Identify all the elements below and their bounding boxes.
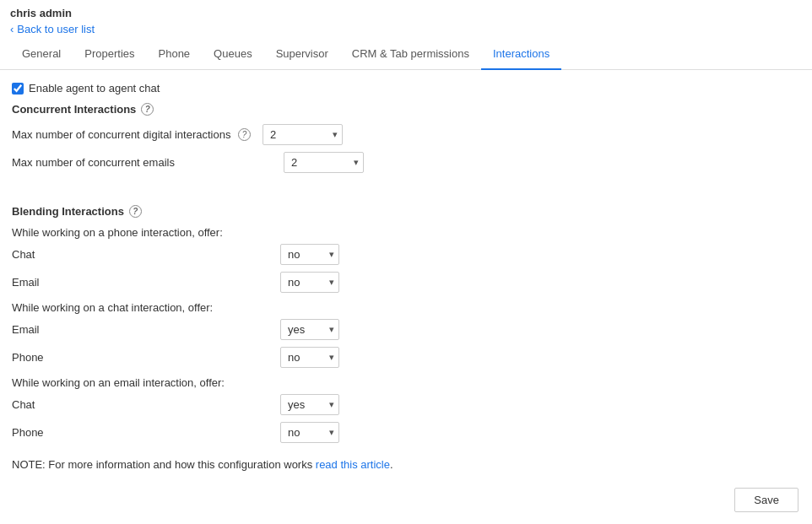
concurrent-help-icon[interactable]: ? bbox=[141, 103, 154, 116]
note-period: . bbox=[390, 458, 393, 471]
blending-section: Blending Interactions ? While working on… bbox=[12, 205, 800, 443]
chat-email-select[interactable]: yes no bbox=[280, 394, 339, 415]
enable-agent-chat-row: Enable agent to agent chat bbox=[12, 82, 800, 95]
chat-email-label: Chat bbox=[12, 398, 273, 411]
max-email-label: Max number of concurrent emails bbox=[12, 156, 231, 169]
chat-phone-select[interactable]: yes no bbox=[280, 244, 339, 265]
chat-phone-label: Chat bbox=[12, 248, 273, 261]
phone-chat-row: Phone yes no ▾ bbox=[12, 347, 800, 368]
content-area: Enable agent to agent chat Concurrent In… bbox=[0, 70, 812, 483]
email-chat-label: Email bbox=[12, 323, 273, 336]
note-text: NOTE: For more information and how this … bbox=[12, 458, 316, 471]
chat-phone-select-wrapper: yes no ▾ bbox=[280, 244, 339, 265]
max-digital-select-wrapper: 1 2 3 4 5 ▾ bbox=[263, 124, 343, 145]
chat-email-row: Chat yes no ▾ bbox=[12, 394, 800, 415]
blending-section-title: Blending Interactions ? bbox=[12, 205, 800, 218]
email-phone-select-wrapper: yes no ▾ bbox=[280, 272, 339, 293]
tab-interactions[interactable]: Interactions bbox=[481, 41, 561, 70]
back-chevron-icon: ‹ bbox=[10, 23, 14, 35]
tab-crm[interactable]: CRM & Tab permissions bbox=[340, 41, 481, 70]
max-digital-select[interactable]: 1 2 3 4 5 bbox=[263, 124, 343, 145]
max-digital-row: Max number of concurrent digital interac… bbox=[12, 124, 800, 145]
concurrent-section-title: Concurrent Interactions ? bbox=[12, 103, 800, 116]
phone-chat-select-wrapper: yes no ▾ bbox=[280, 347, 339, 368]
back-to-user-list-link[interactable]: ‹ Back to user list bbox=[10, 23, 95, 35]
email-chat-select[interactable]: yes no bbox=[280, 319, 339, 340]
top-bar: chris admin ‹ Back to user list bbox=[0, 0, 812, 39]
max-digital-label: Max number of concurrent digital interac… bbox=[12, 128, 231, 141]
email-offer-label: While working on an email interaction, o… bbox=[12, 376, 800, 389]
phone-chat-select[interactable]: yes no bbox=[280, 347, 339, 368]
email-chat-row: Email yes no ▾ bbox=[12, 319, 800, 340]
tab-supervisor[interactable]: Supervisor bbox=[264, 41, 340, 70]
max-digital-help-icon[interactable]: ? bbox=[238, 128, 251, 141]
max-email-row: Max number of concurrent emails 1 2 3 4 … bbox=[12, 152, 800, 173]
username: chris admin bbox=[10, 7, 802, 19]
tab-queues[interactable]: Queues bbox=[202, 41, 264, 70]
save-button[interactable]: Save bbox=[734, 488, 798, 512]
phone-chat-label: Phone bbox=[12, 351, 273, 364]
tab-phone[interactable]: Phone bbox=[147, 41, 203, 70]
max-email-select[interactable]: 1 2 3 4 5 bbox=[284, 152, 364, 173]
phone-email-label: Phone bbox=[12, 426, 273, 439]
read-article-link[interactable]: read this article bbox=[316, 458, 390, 471]
email-phone-row: Email yes no ▾ bbox=[12, 272, 800, 293]
phone-email-select-wrapper: yes no ▾ bbox=[280, 422, 339, 443]
tab-properties[interactable]: Properties bbox=[73, 41, 146, 70]
email-phone-select[interactable]: yes no bbox=[280, 272, 339, 293]
chat-offer-label: While working on a chat interaction, off… bbox=[12, 301, 800, 314]
phone-email-row: Phone yes no ▾ bbox=[12, 422, 800, 443]
tabs-bar: General Properties Phone Queues Supervis… bbox=[0, 41, 812, 70]
chat-phone-row: Chat yes no ▾ bbox=[12, 244, 800, 265]
footer: Save bbox=[734, 488, 798, 512]
chat-email-select-wrapper: yes no ▾ bbox=[280, 394, 339, 415]
back-link-label: Back to user list bbox=[17, 23, 95, 35]
enable-agent-chat-label[interactable]: Enable agent to agent chat bbox=[29, 82, 160, 95]
enable-agent-chat-checkbox[interactable] bbox=[12, 83, 24, 95]
tab-general[interactable]: General bbox=[10, 41, 73, 70]
note-row: NOTE: For more information and how this … bbox=[12, 458, 800, 471]
max-email-select-wrapper: 1 2 3 4 5 ▾ bbox=[284, 152, 364, 173]
email-phone-label: Email bbox=[12, 276, 273, 289]
email-chat-select-wrapper: yes no ▾ bbox=[280, 319, 339, 340]
phone-email-select[interactable]: yes no bbox=[280, 422, 339, 443]
phone-offer-label: While working on a phone interaction, of… bbox=[12, 226, 800, 239]
blending-help-icon[interactable]: ? bbox=[129, 205, 142, 218]
